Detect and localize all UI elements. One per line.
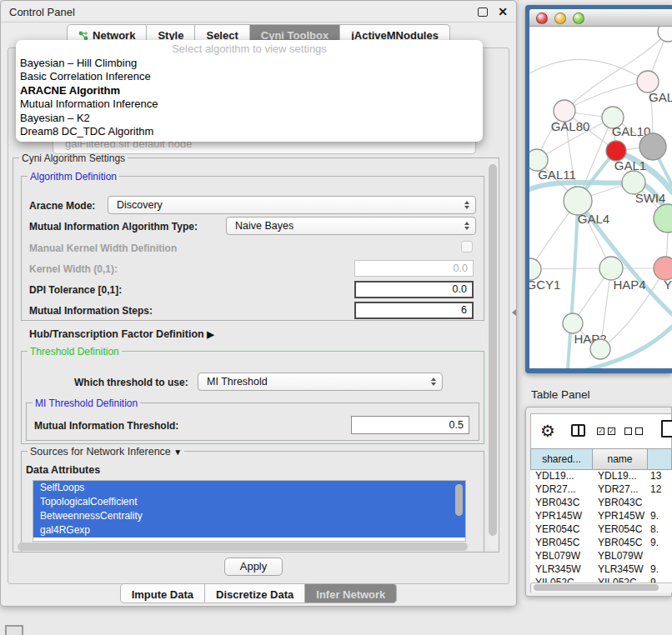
network-node-hap2[interactable]	[563, 313, 583, 333]
table-panel-title: Table Panel	[531, 388, 590, 401]
checked-pair-icon[interactable]: ✓✓	[597, 428, 615, 435]
network-node-label: GAL11	[538, 168, 576, 182]
dropdown-item[interactable]: Dream8 DC_TDC Algorithm	[16, 125, 483, 138]
network-node[interactable]	[590, 339, 610, 359]
algorithm-dropdown-popup: Select algorithm to view settings Bayesi…	[16, 40, 483, 142]
table-cell: 9.	[648, 563, 672, 577]
expander-right-arrow-icon: ▶	[207, 329, 213, 339]
gear-icon[interactable]: ⚙	[540, 421, 555, 441]
network-node[interactable]	[654, 204, 672, 232]
network-node-y[interactable]	[654, 257, 672, 280]
float-window-icon[interactable]	[478, 8, 488, 17]
columns-icon[interactable]	[571, 424, 585, 437]
dropdown-item[interactable]: Bayesian – Hill Climbing	[16, 57, 483, 70]
table-cell	[648, 550, 672, 563]
control-panel-window: Control Panel ✕ Network Style Select Cyn…	[0, 0, 517, 607]
table-cell: YDR27...	[593, 483, 648, 497]
mi-steps-label: Mutual Information Steps:	[29, 305, 153, 317]
dropdown-placeholder: Select algorithm to view settings	[16, 42, 483, 57]
expander-down-arrow-icon: ▼	[173, 448, 182, 457]
table-cell: YBR043C	[593, 497, 648, 510]
mi-steps-input[interactable]: 6	[354, 302, 474, 319]
mi-type-label: Mutual Information Algorithm Type:	[29, 221, 198, 232]
spinner-arrows-icon	[464, 222, 469, 230]
apply-button[interactable]: Apply	[224, 558, 283, 576]
algorithm-definition-title: Algorithm Definition	[28, 171, 119, 182]
network-window-titlebar[interactable]	[529, 9, 672, 27]
dropdown-item-list: Bayesian – Hill ClimbingBasic Correlatio…	[16, 57, 483, 138]
settings-group-title: Cyni Algorithm Settings	[19, 152, 128, 164]
mac-close-button[interactable]	[536, 12, 548, 24]
sources-group-title[interactable]: Sources for Network Inference ▼	[28, 446, 184, 458]
table-row[interactable]: YBL079WYBL079W	[530, 550, 672, 563]
dpi-tolerance-input[interactable]: 0.0	[354, 281, 474, 298]
table-row[interactable]: YPR145WYPR145W9.	[530, 510, 672, 523]
kernel-width-input[interactable]: 0.0	[354, 260, 474, 277]
list-scrollbar[interactable]	[455, 484, 463, 516]
which-threshold-combobox[interactable]: MI Threshold	[198, 372, 443, 391]
document-icon[interactable]	[661, 420, 672, 438]
network-node-label: GAL80	[551, 119, 590, 133]
network-node[interactable]	[639, 133, 666, 160]
attribute-list-item[interactable]: BetweennessCentrality	[33, 509, 465, 523]
column-header-partial[interactable]	[648, 448, 672, 470]
unchecked-pair-icon[interactable]	[624, 428, 643, 435]
mac-zoom-button[interactable]	[573, 12, 584, 24]
table-cell: YBL079W	[593, 550, 648, 563]
network-canvas[interactable]: GALGAL80GAL10GAL1GAL11SWI4GAL4GCY1HAP4YH…	[529, 27, 672, 368]
dropdown-item[interactable]: Mutual Information Inference	[16, 98, 483, 111]
table-row[interactable]: YDR27...YDR27...12	[530, 483, 672, 497]
table-cell: YDR27...	[530, 483, 593, 497]
table-horizontal-scrollbar-thumb[interactable]	[534, 584, 659, 591]
table-header-row: shared... name	[530, 448, 672, 470]
settings-vertical-scrollbar-thumb[interactable]	[489, 164, 497, 536]
data-attributes-label: Data Attributes	[26, 464, 100, 476]
network-node-label: GAL	[649, 90, 672, 104]
aracne-mode-combobox[interactable]: Discovery	[108, 196, 476, 214]
bottom-tab-bar: Impute Data Discretize Data Infer Networ…	[1, 583, 516, 603]
aracne-mode-label: Aracne Mode:	[29, 200, 95, 212]
network-node-hap4[interactable]	[599, 257, 623, 280]
mi-threshold-group-title: MI Threshold Definition	[33, 398, 140, 409]
network-edge[interactable]	[564, 82, 648, 111]
table-cell: YDL19...	[593, 470, 648, 483]
table-cell: YBR043C	[530, 497, 593, 510]
close-icon[interactable]: ✕	[498, 5, 508, 18]
network-node-gal4[interactable]	[564, 187, 592, 215]
kernel-width-label: Kernel Width (0,1):	[29, 263, 118, 275]
table-cell: YER054C	[593, 523, 648, 537]
mi-type-combobox[interactable]: Naive Bayes	[226, 217, 476, 235]
network-node-label: GAL4	[578, 212, 609, 226]
control-panel-titlebar: Control Panel ✕	[1, 1, 516, 22]
settings-horizontal-scrollbar-thumb[interactable]	[18, 542, 468, 551]
which-threshold-label: Which threshold to use:	[74, 377, 188, 388]
table-cell: 13	[648, 470, 672, 483]
dropdown-item[interactable]: Bayesian – K2	[16, 112, 483, 125]
minimized-panel-icon[interactable]	[5, 625, 23, 635]
network-node-label: SWI4	[635, 191, 666, 205]
mi-threshold-label: Mutual Information Threshold:	[34, 420, 178, 432]
dropdown-item[interactable]: Basic Correlation Inference	[16, 70, 483, 83]
table-cell: YER054C	[530, 523, 593, 537]
manual-kernel-checkbox[interactable]	[461, 241, 473, 252]
column-header-name[interactable]: name	[593, 448, 648, 470]
table-row[interactable]: YBR043CYBR043C	[530, 497, 672, 510]
attribute-list-item[interactable]: SelfLoops	[33, 481, 465, 495]
table-row[interactable]: YER054CYER054C8.	[530, 523, 672, 537]
panel-splitter-grip[interactable]	[512, 309, 516, 316]
attribute-list-item[interactable]: TopologicalCoefficient	[33, 495, 465, 509]
dropdown-item[interactable]: ARACNE Algorithm	[16, 84, 483, 98]
table-cell: 8.	[648, 523, 672, 537]
table-row[interactable]: YBR045CYBR045C9.	[530, 537, 672, 550]
attribute-list-item[interactable]: gal4RGexp	[33, 523, 465, 538]
tab-infer-network[interactable]: Infer Network	[305, 583, 397, 603]
table-cell: YBR045C	[593, 537, 648, 550]
tab-impute-data[interactable]: Impute Data	[120, 583, 205, 603]
table-row[interactable]: YDL19...YDL19...13	[530, 470, 672, 483]
hub-definition-expander[interactable]: Hub/Transcription Factor Definition ▶	[29, 328, 214, 340]
column-header-shared[interactable]: shared...	[530, 448, 593, 470]
mi-threshold-input[interactable]: 0.5	[351, 416, 469, 434]
table-row[interactable]: YLR345WYLR345W9.	[530, 563, 672, 577]
tab-discretize-data[interactable]: Discretize Data	[205, 583, 305, 603]
mac-minimize-button[interactable]	[554, 12, 566, 24]
